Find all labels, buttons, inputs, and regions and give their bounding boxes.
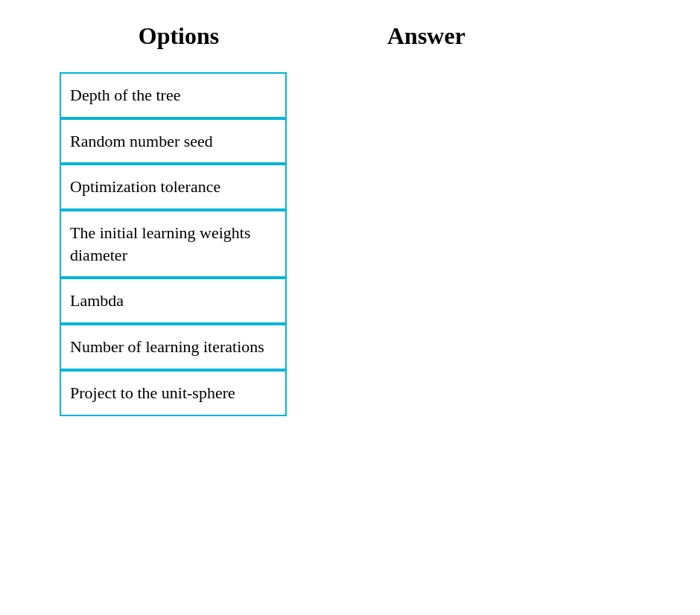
options-column: Depth of the treeRandom number seedOptim… xyxy=(60,72,287,416)
content-area: Depth of the treeRandom number seedOptim… xyxy=(0,72,700,416)
option-box-optimization-tolerance[interactable]: Optimization tolerance xyxy=(60,164,287,210)
page-container: Options Answer Depth of the treeRandom n… xyxy=(0,0,700,615)
header-row: Options Answer xyxy=(0,15,700,72)
option-box-project-unit-sphere[interactable]: Project to the unit-sphere xyxy=(60,370,287,416)
answer-column xyxy=(361,72,640,416)
option-box-initial-learning-weights[interactable]: The initial learning weights diameter xyxy=(60,210,287,278)
option-box-depth-tree[interactable]: Depth of the tree xyxy=(60,72,287,118)
option-box-random-number-seed[interactable]: Random number seed xyxy=(60,118,287,165)
options-heading: Options xyxy=(60,22,298,50)
answer-heading: Answer xyxy=(387,22,465,50)
option-box-lambda[interactable]: Lambda xyxy=(60,278,287,324)
option-box-number-of-learning-iterations[interactable]: Number of learning iterations xyxy=(60,324,287,370)
